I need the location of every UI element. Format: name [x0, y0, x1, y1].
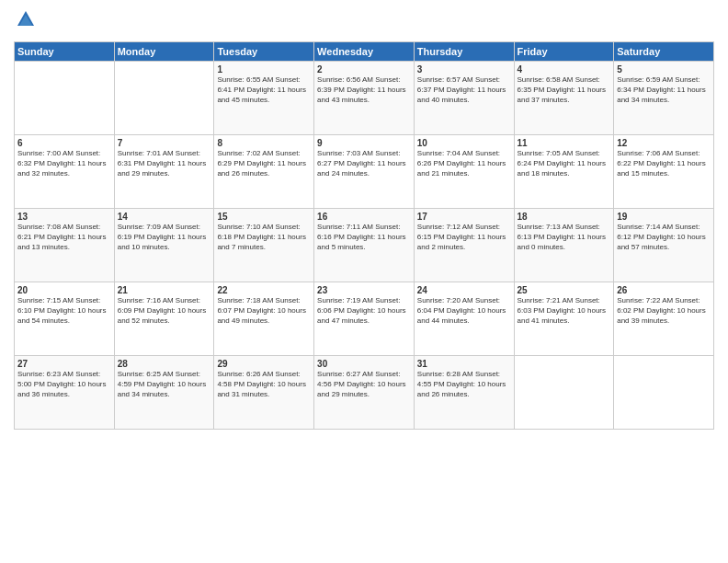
day-info: Sunrise: 7:04 AM Sunset: 6:26 PM Dayligh…	[417, 149, 511, 178]
calendar-cell: 29Sunrise: 6:26 AM Sunset: 4:58 PM Dayli…	[214, 356, 314, 430]
calendar-table: SundayMondayTuesdayWednesdayThursdayFrid…	[14, 41, 714, 430]
calendar-cell: 24Sunrise: 7:20 AM Sunset: 6:04 PM Dayli…	[414, 282, 514, 356]
day-info: Sunrise: 6:23 AM Sunset: 5:00 PM Dayligh…	[17, 370, 111, 399]
day-info: Sunrise: 6:26 AM Sunset: 4:58 PM Dayligh…	[217, 370, 311, 399]
day-number: 12	[617, 138, 711, 148]
day-info: Sunrise: 6:28 AM Sunset: 4:55 PM Dayligh…	[417, 370, 511, 399]
calendar-cell: 7Sunrise: 7:01 AM Sunset: 6:31 PM Daylig…	[114, 135, 214, 209]
day-info: Sunrise: 7:00 AM Sunset: 6:32 PM Dayligh…	[17, 149, 111, 178]
week-row-3: 13Sunrise: 7:08 AM Sunset: 6:21 PM Dayli…	[15, 209, 714, 282]
day-number: 25	[518, 285, 611, 295]
day-number: 26	[617, 285, 711, 295]
day-info: Sunrise: 7:20 AM Sunset: 6:04 PM Dayligh…	[417, 296, 511, 326]
calendar-cell: 20Sunrise: 7:15 AM Sunset: 6:10 PM Dayli…	[15, 282, 115, 356]
calendar-cell: 6Sunrise: 7:00 AM Sunset: 6:32 PM Daylig…	[15, 135, 115, 209]
day-number: 24	[417, 285, 511, 295]
day-number: 27	[17, 359, 111, 369]
calendar-cell: 15Sunrise: 7:10 AM Sunset: 6:18 PM Dayli…	[214, 209, 314, 282]
day-number: 9	[317, 138, 411, 148]
calendar-cell: 26Sunrise: 7:22 AM Sunset: 6:02 PM Dayli…	[614, 282, 714, 356]
calendar-cell	[514, 356, 614, 430]
day-info: Sunrise: 7:03 AM Sunset: 6:27 PM Dayligh…	[317, 149, 411, 178]
day-info: Sunrise: 7:08 AM Sunset: 6:21 PM Dayligh…	[17, 223, 111, 252]
day-number: 20	[17, 285, 111, 295]
day-number: 15	[217, 212, 311, 222]
calendar-cell: 30Sunrise: 6:27 AM Sunset: 4:56 PM Dayli…	[314, 356, 415, 430]
calendar-cell: 12Sunrise: 7:06 AM Sunset: 6:22 PM Dayli…	[614, 135, 714, 209]
day-number: 17	[417, 212, 511, 222]
day-number: 6	[17, 138, 111, 148]
calendar-cell: 23Sunrise: 7:19 AM Sunset: 6:06 PM Dayli…	[314, 282, 415, 356]
calendar-cell: 22Sunrise: 7:18 AM Sunset: 6:07 PM Dayli…	[214, 282, 314, 356]
calendar-cell	[15, 62, 115, 135]
calendar-cell: 3Sunrise: 6:57 AM Sunset: 6:37 PM Daylig…	[414, 62, 514, 135]
week-row-2: 6Sunrise: 7:00 AM Sunset: 6:32 PM Daylig…	[15, 135, 714, 209]
calendar-cell	[114, 62, 214, 135]
day-header-sunday: Sunday	[15, 42, 115, 62]
calendar-cell: 5Sunrise: 6:59 AM Sunset: 6:34 PM Daylig…	[614, 62, 714, 135]
day-number: 31	[417, 359, 511, 369]
calendar-cell: 19Sunrise: 7:14 AM Sunset: 6:12 PM Dayli…	[614, 209, 714, 282]
calendar-cell: 18Sunrise: 7:13 AM Sunset: 6:13 PM Dayli…	[514, 209, 614, 282]
calendar-cell: 2Sunrise: 6:56 AM Sunset: 6:39 PM Daylig…	[314, 62, 415, 135]
calendar-cell: 8Sunrise: 7:02 AM Sunset: 6:29 PM Daylig…	[214, 135, 314, 209]
day-info: Sunrise: 7:16 AM Sunset: 6:09 PM Dayligh…	[118, 296, 211, 326]
day-number: 11	[518, 138, 611, 148]
week-row-5: 27Sunrise: 6:23 AM Sunset: 5:00 PM Dayli…	[15, 356, 714, 430]
header-row: SundayMondayTuesdayWednesdayThursdayFrid…	[15, 42, 714, 62]
day-info: Sunrise: 7:22 AM Sunset: 6:02 PM Dayligh…	[617, 296, 711, 326]
logo-icon	[16, 9, 36, 29]
calendar-cell: 27Sunrise: 6:23 AM Sunset: 5:00 PM Dayli…	[15, 356, 115, 430]
calendar-cell: 14Sunrise: 7:09 AM Sunset: 6:19 PM Dayli…	[114, 209, 214, 282]
day-number: 8	[217, 138, 311, 148]
day-header-wednesday: Wednesday	[314, 42, 415, 62]
day-number: 1	[217, 64, 311, 75]
calendar-cell: 1Sunrise: 6:55 AM Sunset: 6:41 PM Daylig…	[214, 62, 314, 135]
day-number: 16	[317, 212, 411, 222]
calendar-cell	[614, 356, 714, 430]
day-info: Sunrise: 7:06 AM Sunset: 6:22 PM Dayligh…	[617, 149, 711, 178]
day-info: Sunrise: 7:13 AM Sunset: 6:13 PM Dayligh…	[518, 223, 611, 252]
day-header-friday: Friday	[514, 42, 614, 62]
day-info: Sunrise: 6:27 AM Sunset: 4:56 PM Dayligh…	[317, 370, 411, 399]
day-info: Sunrise: 7:02 AM Sunset: 6:29 PM Dayligh…	[217, 149, 311, 178]
day-info: Sunrise: 7:05 AM Sunset: 6:24 PM Dayligh…	[518, 149, 611, 178]
day-number: 3	[417, 64, 511, 75]
day-info: Sunrise: 6:55 AM Sunset: 6:41 PM Dayligh…	[217, 75, 311, 105]
day-number: 4	[518, 64, 611, 75]
day-header-tuesday: Tuesday	[214, 42, 314, 62]
header	[14, 9, 714, 34]
day-number: 29	[217, 359, 311, 369]
day-number: 2	[317, 64, 411, 75]
day-header-monday: Monday	[114, 42, 214, 62]
day-number: 22	[217, 285, 311, 295]
day-info: Sunrise: 7:11 AM Sunset: 6:16 PM Dayligh…	[317, 223, 411, 252]
day-number: 5	[617, 64, 711, 75]
calendar-cell: 11Sunrise: 7:05 AM Sunset: 6:24 PM Dayli…	[514, 135, 614, 209]
calendar-cell: 13Sunrise: 7:08 AM Sunset: 6:21 PM Dayli…	[15, 209, 115, 282]
day-number: 28	[118, 359, 211, 369]
day-info: Sunrise: 7:19 AM Sunset: 6:06 PM Dayligh…	[317, 296, 411, 326]
day-number: 19	[617, 212, 711, 222]
day-info: Sunrise: 7:09 AM Sunset: 6:19 PM Dayligh…	[118, 223, 211, 252]
day-number: 23	[317, 285, 411, 295]
day-info: Sunrise: 7:12 AM Sunset: 6:15 PM Dayligh…	[417, 223, 511, 252]
day-header-saturday: Saturday	[614, 42, 714, 62]
day-info: Sunrise: 7:18 AM Sunset: 6:07 PM Dayligh…	[217, 296, 311, 326]
day-info: Sunrise: 7:01 AM Sunset: 6:31 PM Dayligh…	[118, 149, 211, 178]
day-info: Sunrise: 6:56 AM Sunset: 6:39 PM Dayligh…	[317, 75, 411, 105]
day-info: Sunrise: 6:57 AM Sunset: 6:37 PM Dayligh…	[417, 75, 511, 105]
day-info: Sunrise: 6:59 AM Sunset: 6:34 PM Dayligh…	[617, 75, 711, 105]
calendar-cell: 17Sunrise: 7:12 AM Sunset: 6:15 PM Dayli…	[414, 209, 514, 282]
day-info: Sunrise: 7:15 AM Sunset: 6:10 PM Dayligh…	[17, 296, 111, 326]
day-info: Sunrise: 7:14 AM Sunset: 6:12 PM Dayligh…	[617, 223, 711, 252]
day-number: 18	[518, 212, 611, 222]
calendar-page: SundayMondayTuesdayWednesdayThursdayFrid…	[0, 0, 728, 563]
day-number: 7	[118, 138, 211, 148]
day-info: Sunrise: 7:21 AM Sunset: 6:03 PM Dayligh…	[518, 296, 611, 326]
calendar-cell: 4Sunrise: 6:58 AM Sunset: 6:35 PM Daylig…	[514, 62, 614, 135]
week-row-4: 20Sunrise: 7:15 AM Sunset: 6:10 PM Dayli…	[15, 282, 714, 356]
day-number: 30	[317, 359, 411, 369]
calendar-cell: 28Sunrise: 6:25 AM Sunset: 4:59 PM Dayli…	[114, 356, 214, 430]
calendar-cell: 10Sunrise: 7:04 AM Sunset: 6:26 PM Dayli…	[414, 135, 514, 209]
